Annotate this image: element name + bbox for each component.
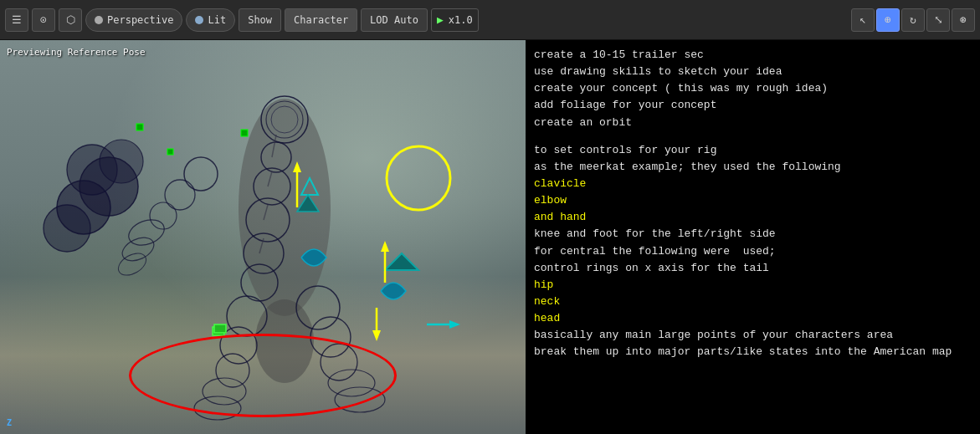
svg-point-14 <box>119 233 157 266</box>
lod-button[interactable]: LOD Auto <box>361 8 428 32</box>
svg-point-15 <box>115 248 150 279</box>
menu-icon[interactable]: ☰ <box>5 8 28 32</box>
lit-button[interactable]: Lit <box>186 8 235 32</box>
svg-marker-44 <box>372 330 381 341</box>
axis-indicator: Z <box>7 418 12 427</box>
svg-point-26 <box>296 286 340 329</box>
main-toolbar: ☰ ⊙ ⬡ Perspective Lit Show Character LOD… <box>0 0 980 40</box>
note-line: for central the following were used; <box>534 243 972 260</box>
perspective-button[interactable]: Perspective <box>85 8 182 32</box>
main-area: Previewing Reference Pose <box>0 40 980 434</box>
svg-marker-46 <box>449 320 460 329</box>
z-axis-label: Z <box>7 418 12 427</box>
play-icon[interactable]: ▶ <box>437 13 444 26</box>
svg-rect-34 <box>241 130 248 136</box>
note-line: elbow <box>534 192 972 209</box>
nav-icon-group: ↖ ⊕ ↻ ⤡ ⊛ <box>851 8 975 32</box>
perspective-label: Perspective <box>107 14 173 26</box>
note-line: clavicle <box>534 176 972 192</box>
svg-point-20 <box>100 140 143 183</box>
note-line: basically any main large points of your … <box>534 327 972 344</box>
cursor-icon[interactable]: ⊙ <box>32 8 55 32</box>
svg-point-21 <box>227 296 267 336</box>
svg-point-18 <box>44 205 90 252</box>
svg-point-51 <box>387 146 450 210</box>
svg-marker-42 <box>381 241 389 252</box>
grid-icon[interactable]: ⬡ <box>59 8 82 32</box>
select-icon[interactable]: ↖ <box>851 8 875 32</box>
previewing-label: Previewing Reference Pose <box>7 47 146 58</box>
note-line: use drawing skills to sketch your idea <box>534 64 972 80</box>
note-line: hip <box>534 277 972 294</box>
move-icon[interactable]: ⊕ <box>876 8 900 32</box>
note-line: and hand <box>534 209 972 226</box>
play-controls[interactable]: ▶ x1.0 <box>431 8 479 32</box>
note-line: head <box>534 310 972 327</box>
note-line: add foliage for your concept <box>534 97 972 114</box>
character-label: Character <box>294 14 348 26</box>
scale-icon[interactable]: ⤡ <box>926 8 950 32</box>
misc-icon[interactable]: ⊛ <box>952 8 975 32</box>
note-line: as the meerkat example; they used the fo… <box>534 159 972 176</box>
note-line: create a 10-15 trailer sec <box>534 47 972 64</box>
show-label: Show <box>248 14 272 26</box>
lit-label: Lit <box>208 14 226 26</box>
note-line: knee and foot for the left/right side <box>534 226 972 243</box>
svg-rect-36 <box>167 149 173 155</box>
notes-panel: create a 10-15 trailer secuse drawing sk… <box>526 40 980 434</box>
note-line: break them up into major parts/like stat… <box>534 344 972 360</box>
lod-label: LOD Auto <box>370 14 418 26</box>
svg-point-10 <box>184 157 218 191</box>
svg-point-13 <box>126 215 168 249</box>
red-circle-indicator <box>129 334 397 417</box>
note-line: control rings on x axis for the tail <box>534 260 972 277</box>
note-line <box>534 131 972 142</box>
speed-label: x1.0 <box>449 14 473 26</box>
note-line: create your concept ( this was my rough … <box>534 80 972 97</box>
svg-marker-33 <box>385 253 418 270</box>
viewport[interactable]: Previewing Reference Pose <box>0 40 526 434</box>
rotate-icon[interactable]: ↻ <box>901 8 925 32</box>
character-button[interactable]: Character <box>285 8 357 32</box>
note-line: to set controls for your rig <box>534 142 972 159</box>
note-line: create an orbit <box>534 115 972 131</box>
svg-rect-38 <box>214 324 226 333</box>
svg-point-11 <box>165 180 195 210</box>
svg-rect-35 <box>136 124 143 130</box>
note-line: neck <box>534 294 972 310</box>
show-button[interactable]: Show <box>239 8 281 32</box>
